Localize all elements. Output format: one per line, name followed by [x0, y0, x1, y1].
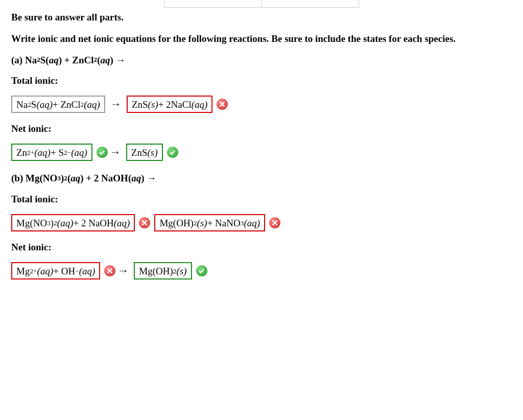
check-icon	[97, 147, 108, 158]
answer-box-b-total-left[interactable]: Mg(NO3)2 (aq) + 2 NaOH (aq)	[11, 214, 135, 231]
answer-box-a-net-right[interactable]: ZnS (s)	[126, 144, 163, 161]
answer-box-b-net-left[interactable]: Mg2+ (aq) + OH− (aq)	[11, 262, 100, 279]
answer-box-b-total-right[interactable]: Mg(OH)2 (s) + NaNO3 (aq)	[154, 214, 265, 231]
part-b-total-ionic-row: Mg(NO3)2 (aq) + 2 NaOH (aq) Mg(OH)2 (s) …	[11, 214, 512, 231]
part-b-net-label: Net ionic:	[11, 242, 512, 253]
check-icon	[196, 265, 207, 276]
instruction-line-2: Write ionic and net ionic equations for …	[11, 33, 512, 45]
answer-box-a-total-right[interactable]: ZnS (s) + 2NaCl (aq)	[127, 96, 212, 113]
part-a-heading: (a) Na2S(aq) + ZnCl2(aq) →	[11, 54, 512, 66]
part-a-net-ionic-row: Zn2+ (aq) + S2− (aq) → ZnS (s)	[11, 144, 512, 161]
answer-box-a-total-left[interactable]: Na2S (aq) + ZnCl2 (aq)	[11, 96, 105, 113]
x-icon	[269, 217, 280, 228]
arrow-icon: →	[109, 98, 123, 111]
x-icon	[104, 265, 115, 276]
part-b-heading: (b) Mg(NO3)2(aq) + 2 NaOH(aq) →	[11, 172, 512, 184]
check-icon	[167, 147, 178, 158]
x-icon	[217, 99, 228, 110]
answer-box-b-net-right[interactable]: Mg(OH)2 (s)	[134, 262, 192, 279]
arrow-icon: →	[116, 264, 130, 277]
part-a-total-label: Total ionic:	[11, 75, 512, 86]
part-a-net-label: Net ionic:	[11, 123, 512, 134]
part-b-total-label: Total ionic:	[11, 194, 512, 205]
answer-box-a-net-left[interactable]: Zn2+ (aq) + S2− (aq)	[11, 144, 92, 161]
partial-table-stub	[164, 0, 359, 8]
arrow-icon: →	[109, 146, 122, 159]
part-a-total-ionic-row: Na2S (aq) + ZnCl2 (aq) → ZnS (s) + 2NaCl…	[11, 96, 512, 113]
part-b-net-ionic-row: Mg2+ (aq) + OH− (aq) → Mg(OH)2 (s)	[11, 262, 512, 279]
x-icon	[139, 217, 150, 228]
instruction-line-1: Be sure to answer all parts.	[11, 11, 512, 24]
